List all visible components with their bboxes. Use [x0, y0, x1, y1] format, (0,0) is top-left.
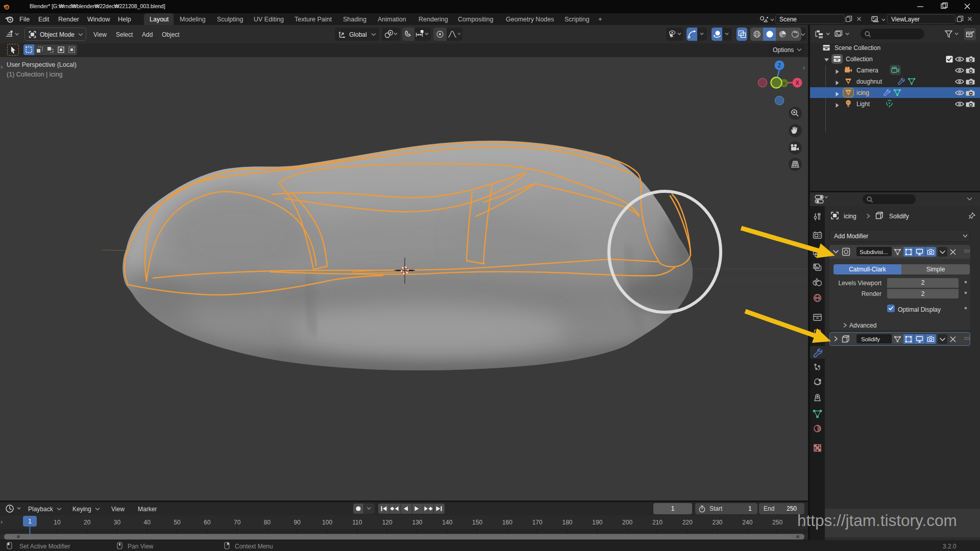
svg-text:100: 100: [322, 519, 332, 526]
svg-text:›: ›: [1, 518, 3, 525]
svg-text:10: 10: [54, 519, 61, 526]
svg-text:160: 160: [502, 519, 512, 526]
svg-text:‹: ‹: [803, 64, 805, 71]
svg-text:Z: Z: [778, 63, 781, 68]
svg-text:User Perspective (Local): User Perspective (Local): [7, 61, 77, 68]
svg-text:150: 150: [472, 519, 482, 526]
svg-text:200: 200: [622, 519, 632, 526]
svg-text:120: 120: [382, 519, 393, 526]
svg-text:250: 250: [772, 519, 782, 526]
svg-text:Y: Y: [782, 81, 786, 86]
svg-text:140: 140: [442, 519, 452, 526]
svg-text:50: 50: [174, 519, 181, 526]
svg-text:190: 190: [592, 519, 602, 526]
svg-text:40: 40: [144, 519, 151, 526]
svg-text:170: 170: [532, 519, 543, 526]
svg-text:›: ›: [1, 63, 3, 70]
svg-text:210: 210: [652, 519, 663, 526]
svg-text:30: 30: [114, 519, 121, 526]
svg-text:70: 70: [234, 519, 241, 526]
svg-text:90: 90: [294, 519, 301, 526]
svg-text:230: 230: [712, 519, 722, 526]
svg-text:220: 220: [682, 519, 693, 526]
svg-text:240: 240: [742, 519, 752, 526]
svg-text:X: X: [796, 80, 799, 86]
svg-text:20: 20: [84, 519, 91, 526]
svg-text:130: 130: [412, 519, 422, 526]
svg-text:1: 1: [28, 518, 32, 525]
svg-text:60: 60: [204, 519, 211, 526]
svg-text:110: 110: [352, 519, 362, 526]
svg-text:180: 180: [562, 519, 572, 526]
svg-text:(1) Collection | icing: (1) Collection | icing: [7, 71, 63, 78]
svg-text:80: 80: [264, 519, 271, 526]
